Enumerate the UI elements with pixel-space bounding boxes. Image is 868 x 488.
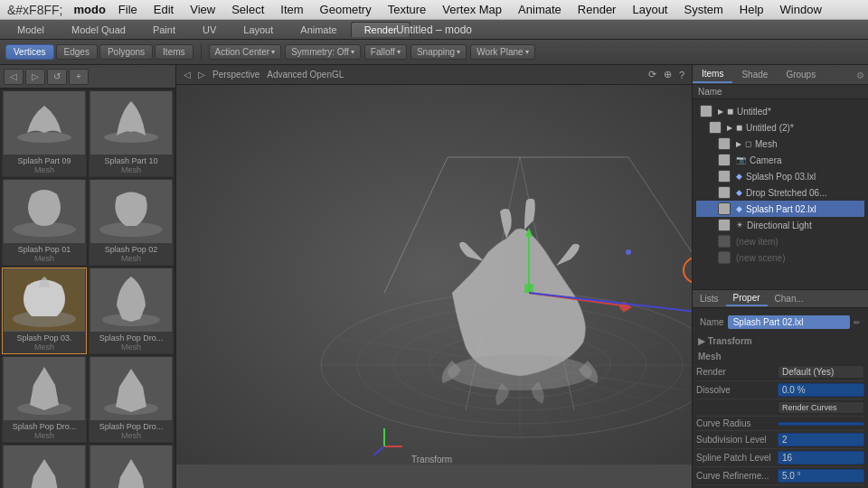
list-item[interactable]: Splash Pop Dro...Mesh <box>2 356 87 443</box>
svg-point-53 <box>626 249 631 255</box>
menu-view[interactable]: View <box>183 1 222 18</box>
tab-proper[interactable]: Proper <box>726 291 768 306</box>
thumb-name: Splash Pop 03.Mesh <box>3 332 86 353</box>
list-item[interactable]: Splash Pop Dro...Mesh <box>2 445 87 488</box>
visibility-toggle[interactable] <box>718 219 731 231</box>
scene-tree-tabs: Items Shade Groups ⚙ <box>693 65 868 85</box>
tree-item-drop-stretched[interactable]: ◆ Drop Stretched 06... <box>696 184 864 201</box>
menu-select[interactable]: Select <box>224 1 271 18</box>
tree-item-untitled2[interactable]: ▶ ◼ Untitled (2)* <box>696 119 864 136</box>
tree-item-dir-light[interactable]: ☀ Directional Light <box>696 217 864 233</box>
crm-value[interactable]: 5.0 ° <box>778 469 864 483</box>
tab-shade[interactable]: Shade <box>732 67 777 82</box>
tab-paint[interactable]: Paint <box>139 22 189 37</box>
name-value[interactable]: Splash Part 02.lxl <box>728 315 850 329</box>
viewport[interactable]: ◁ ▷ Perspective Advanced OpenGL ⟳ ⊕ ? <box>176 65 692 488</box>
tree-item-untitled[interactable]: ▶ ◼ Untitled* <box>696 103 864 119</box>
sl-value[interactable]: 2 <box>778 433 864 446</box>
visibility-toggle[interactable] <box>718 251 731 264</box>
list-item[interactable]: Splash Pop Dro...Mesh <box>89 445 174 488</box>
nav-forward-icon[interactable]: ▷ <box>198 70 205 80</box>
thumbnail-image <box>90 357 172 420</box>
tab-uv[interactable]: UV <box>189 22 230 37</box>
menu-help[interactable]: Help <box>732 1 771 18</box>
tree-item-splash-part[interactable]: ◆ Splash Part 02.lxl <box>696 201 864 217</box>
list-item[interactable]: Splash Pop 02Mesh <box>89 179 174 266</box>
tab-items[interactable]: Items <box>693 66 732 83</box>
cr-value[interactable] <box>778 422 864 426</box>
menu-geometry[interactable]: Geometry <box>313 1 379 18</box>
tab-groups[interactable]: Groups <box>777 67 825 82</box>
menu-file[interactable]: File <box>111 1 145 18</box>
menu-system[interactable]: System <box>676 1 730 18</box>
thumbnail-image <box>4 180 85 243</box>
viewport-header: ◁ ▷ Perspective Advanced OpenGL ⟳ ⊕ ? <box>176 65 692 85</box>
list-item[interactable]: Splash Pop Dro...Mesh <box>89 267 174 354</box>
menu-layout[interactable]: Layout <box>625 1 675 18</box>
action-center-dropdown[interactable]: Action Center ▾ <box>209 44 282 60</box>
tab-layout[interactable]: Layout <box>230 22 287 37</box>
viewport-icon-1[interactable]: ⟳ <box>648 69 656 80</box>
snapping-dropdown[interactable]: Snapping ▾ <box>410 44 467 60</box>
list-item[interactable]: Splash Pop 01Mesh <box>2 179 87 266</box>
list-item[interactable]: Splash Pop Dro...Mesh <box>89 356 174 443</box>
viewport-icon-2[interactable]: ⊕ <box>664 69 672 80</box>
tab-animate[interactable]: Animate <box>287 22 350 37</box>
tree-item-new-item[interactable]: (new item) <box>696 233 864 249</box>
list-item[interactable]: Splash Pop 03.Mesh <box>2 267 87 354</box>
visibility-toggle[interactable] <box>718 235 731 248</box>
visibility-toggle[interactable] <box>718 202 731 215</box>
visibility-toggle[interactable] <box>700 105 712 117</box>
items-button[interactable]: Items <box>155 44 193 60</box>
name-edit-icon[interactable]: ✏ <box>854 318 861 327</box>
thumbnail-image <box>90 268 172 332</box>
menu-render[interactable]: Render <box>571 1 624 18</box>
tab-channels[interactable]: Chan... <box>768 292 811 305</box>
render-curves-row: Render Curves <box>696 399 864 417</box>
tab-model[interactable]: Model <box>4 22 58 37</box>
menu-edit[interactable]: Edit <box>146 1 181 18</box>
thumb-svg <box>91 181 171 242</box>
add-button[interactable]: + <box>69 69 89 85</box>
visibility-toggle[interactable] <box>709 121 722 134</box>
sp-value[interactable]: 16 <box>778 451 864 465</box>
menu-vertex-map[interactable]: Vertex Map <box>435 1 509 18</box>
thumb-name: Splash Pop Dro...Mesh <box>90 332 173 353</box>
viewport-canvas[interactable]: All Vertices Channels: 0 Deformers: ON G… <box>176 85 692 465</box>
menu-animate[interactable]: Animate <box>511 1 569 18</box>
edges-button[interactable]: Edges <box>56 44 98 60</box>
list-item[interactable]: Splash Part 09Mesh <box>2 90 87 177</box>
menu-window[interactable]: Window <box>773 1 829 18</box>
work-plane-dropdown[interactable]: Work Plane ▾ <box>470 44 535 60</box>
list-item[interactable]: Splash Part 10Mesh <box>89 90 174 177</box>
dissolve-value[interactable]: 0.0 % <box>778 383 864 397</box>
chevron-down-icon: ▾ <box>397 48 401 56</box>
polygons-button[interactable]: Polygons <box>99 44 153 60</box>
scene-options-icon[interactable]: ⚙ <box>856 70 864 80</box>
item-label: Camera <box>750 155 782 165</box>
menu-texture[interactable]: Texture <box>381 1 434 18</box>
visibility-toggle[interactable] <box>718 186 731 199</box>
vertices-button[interactable]: Vertices <box>5 44 54 60</box>
sync-button[interactable]: ↺ <box>47 69 67 85</box>
render-value[interactable]: Default (Yes) <box>778 365 864 379</box>
menu-item[interactable]: Item <box>273 1 310 18</box>
tree-item-mesh[interactable]: ▶ ◻ Mesh <box>696 136 864 152</box>
viewport-icon-3[interactable]: ? <box>679 70 684 80</box>
visibility-toggle[interactable] <box>718 137 731 150</box>
nav-back-icon[interactable]: ◁ <box>184 70 191 80</box>
render-curves-value[interactable]: Render Curves <box>778 401 864 414</box>
tree-item-new-scene[interactable]: (new scene) <box>696 249 864 266</box>
symmetry-dropdown[interactable]: Symmetry: Off ▾ <box>285 44 361 60</box>
visibility-toggle[interactable] <box>718 170 731 183</box>
chevron-down-icon: ▾ <box>457 48 460 56</box>
tab-model-quad[interactable]: Model Quad <box>58 22 139 37</box>
tree-item-splash-pop[interactable]: ◆ Splash Pop 03.lxl <box>696 168 864 184</box>
visibility-toggle[interactable] <box>718 154 731 166</box>
tree-item-camera[interactable]: 📷 Camera <box>696 152 864 168</box>
back-button[interactable]: ◁ <box>4 69 24 85</box>
falloff-dropdown[interactable]: Falloff ▾ <box>364 44 407 60</box>
tab-lists[interactable]: Lists <box>693 292 726 305</box>
forward-button[interactable]: ▷ <box>25 69 45 85</box>
spline-row: Spline Patch Level 16 <box>696 449 864 467</box>
